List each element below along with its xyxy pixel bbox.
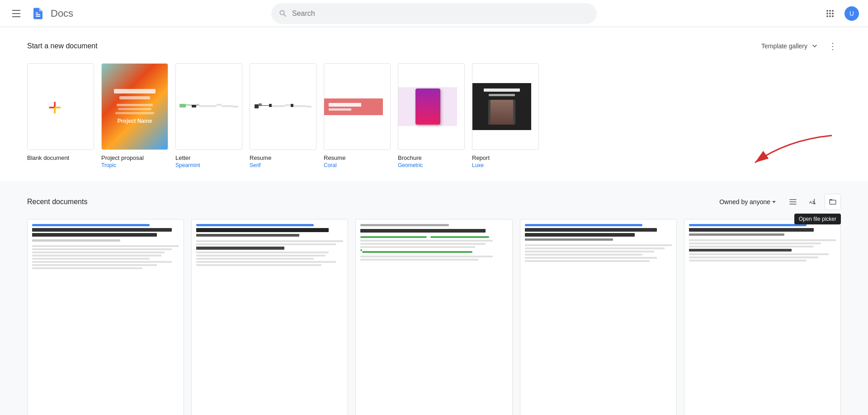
doc-item-2[interactable]: HTG Pitch Ideas Modified Oct 23, 2024 ⋮ [355, 219, 512, 415]
new-doc-section: Start a new document Template gallery ⋮ [0, 27, 868, 181]
template-brochure-name: Brochure [398, 154, 422, 161]
app-header: Docs U [0, 0, 868, 27]
template-report[interactable]: Report Luxe [472, 63, 539, 168]
svg-point-7 [829, 15, 831, 17]
svg-point-8 [832, 15, 834, 17]
header-left: Docs [7, 5, 89, 23]
owned-by-label: Owned by anyone [719, 198, 770, 205]
template-resume-coral-name: Resume [324, 154, 345, 161]
templates-row: Blank document Project Name Project prop… [27, 63, 841, 168]
doc-item-1[interactable]: CPU vs GPU: What Matte... Oct 24, 2024 ⋮ [191, 219, 348, 415]
recent-section: Recent documents Owned by anyone AZ [0, 181, 868, 415]
template-project-proposal[interactable]: Project Name Project proposal Tropic [101, 63, 168, 168]
docs-logo-icon [29, 5, 47, 23]
svg-point-0 [826, 10, 828, 12]
doc-item-0[interactable]: Overclocking vs Stock Pe... Modified 3:0… [27, 219, 184, 415]
svg-rect-11 [790, 204, 797, 205]
template-project-subname: Tropic [101, 162, 116, 168]
template-report-subname: Luxe [472, 162, 484, 168]
documents-grid: Overclocking vs Stock Pe... Modified 3:0… [27, 219, 841, 415]
template-project-name: Project proposal [101, 154, 144, 161]
svg-point-3 [826, 13, 828, 14]
more-options-button[interactable]: ⋮ [825, 38, 841, 54]
template-resume-coral-thumb [324, 63, 391, 150]
template-resume-serif-thumb [250, 63, 316, 150]
search-bar[interactable] [271, 3, 597, 24]
open-file-picker-button[interactable] [825, 194, 841, 210]
template-letter-subname: Spearmint [175, 162, 200, 168]
menu-icon[interactable] [7, 5, 25, 23]
svg-point-4 [829, 13, 831, 14]
template-blank-name: Blank document [27, 154, 69, 161]
template-gallery-button[interactable]: Template gallery [758, 39, 823, 53]
search-icon [278, 9, 288, 18]
svg-point-5 [832, 13, 834, 14]
template-letter-name: Letter [175, 154, 190, 161]
template-project-thumb: Project Name [101, 63, 168, 150]
doc-thumb-2 [355, 219, 512, 415]
search-input[interactable] [292, 9, 590, 18]
header-right: U [779, 5, 861, 23]
svg-rect-9 [790, 199, 797, 200]
file-picker-container: Open file picker [825, 194, 841, 210]
new-doc-title: Start a new document [27, 42, 98, 50]
recent-header: Recent documents Owned by anyone AZ [27, 194, 841, 210]
recent-title: Recent documents [27, 198, 87, 206]
template-report-thumb [472, 63, 539, 150]
template-brochure-subname: Geometric [398, 162, 423, 168]
doc-thumb-0 [27, 219, 184, 415]
doc-thumb-4 [684, 219, 841, 415]
doc-thumb-3 [520, 219, 677, 415]
main-content: Start a new document Template gallery ⋮ [0, 27, 868, 415]
app-title: Docs [51, 8, 73, 19]
template-brochure[interactable]: Brochure Geometric [398, 63, 465, 168]
sort-az-button[interactable]: AZ [805, 194, 821, 210]
expand-icon [810, 42, 819, 51]
file-picker-tooltip: Open file picker [794, 214, 841, 224]
template-gallery-label: Template gallery [761, 42, 807, 50]
doc-item-3[interactable]: Should You Upgrade Your... Oct 23, 2024 … [520, 219, 677, 415]
template-report-name: Report [472, 154, 490, 161]
svg-rect-10 [790, 201, 797, 202]
owned-by-chevron [772, 201, 776, 203]
new-doc-header: Start a new document Template gallery ⋮ [27, 38, 841, 54]
svg-point-6 [826, 15, 828, 17]
template-letter[interactable]: Letter Spearmint [175, 63, 242, 168]
user-avatar-icon[interactable]: U [843, 5, 861, 23]
template-resume-coral[interactable]: Resume Coral [324, 63, 391, 168]
folder-open-icon [829, 198, 837, 206]
owned-by-button[interactable]: Owned by anyone [714, 196, 781, 208]
sort-az-icon: AZ [808, 197, 817, 206]
apps-grid-icon[interactable] [821, 5, 839, 23]
template-resume-serif[interactable]: Resume Serif [250, 63, 316, 168]
doc-item-4[interactable]: I Turn Old Tech Into Keyc... Oct 21, 202… [684, 219, 841, 415]
doc-thumb-1 [191, 219, 348, 415]
list-view-button[interactable] [785, 194, 801, 210]
recent-controls: Owned by anyone AZ [714, 194, 841, 210]
list-view-icon [788, 197, 797, 206]
template-letter-thumb [175, 63, 242, 150]
svg-point-2 [832, 10, 834, 12]
template-blank-thumb [27, 63, 94, 150]
template-blank[interactable]: Blank document [27, 63, 94, 162]
template-resume-serif-subname: Serif [250, 162, 261, 168]
svg-point-1 [829, 10, 831, 12]
template-resume-serif-name: Resume [250, 154, 271, 161]
template-brochure-thumb [398, 63, 465, 150]
template-resume-coral-subname: Coral [324, 162, 337, 168]
